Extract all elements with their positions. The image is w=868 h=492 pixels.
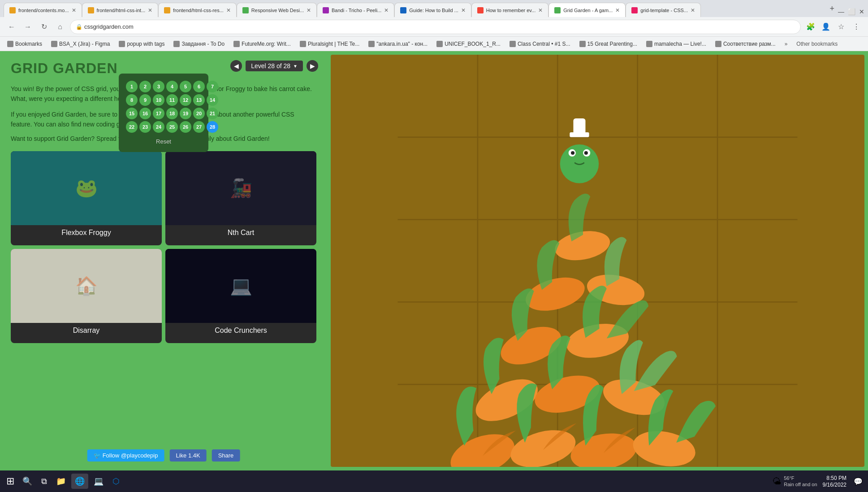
level-dot-24[interactable]: 24 (153, 121, 164, 133)
search-button[interactable]: 🔍 (19, 474, 36, 489)
tab-close-icon[interactable]: ✕ (384, 7, 389, 13)
clock[interactable]: 8:50 PM 9/16/2022 (823, 475, 846, 488)
start-button[interactable]: ⊞ (4, 473, 17, 490)
tab-t2[interactable]: frontend/html-css-int... ✕ (82, 3, 159, 17)
taskbar-right: 🌤 56°F Rain off and on 8:50 PM 9/16/2022… (772, 475, 864, 488)
tab-close-icon[interactable]: ✕ (538, 7, 543, 13)
game-card-disarray[interactable]: 🏠 Disarray (11, 249, 162, 343)
level-dot-26[interactable]: 26 (180, 121, 191, 133)
fb-like-button[interactable]: Like 1.4K (169, 449, 206, 462)
refresh-button[interactable]: ↻ (38, 21, 50, 33)
level-dot-5[interactable]: 5 (180, 81, 191, 92)
tab-close-icon[interactable]: ✕ (691, 7, 695, 13)
tab-close-icon[interactable]: ✕ (72, 7, 76, 13)
level-dot-19[interactable]: 19 (180, 108, 191, 119)
fb-share-button[interactable]: Share (212, 449, 240, 462)
fb-share-label: Share (218, 452, 234, 459)
notifications-button[interactable]: 💬 (852, 475, 864, 488)
tab-favicon (631, 7, 638, 13)
tab-t4[interactable]: Responsive Web Desi... ✕ (237, 3, 317, 17)
more-bookmarks[interactable]: » (781, 41, 791, 47)
terminal-button[interactable]: 💻 (90, 474, 107, 489)
tab-t6[interactable]: Guide: How to Build ... ✕ (394, 3, 471, 17)
twitter-button[interactable]: 🐦 Follow @playcodepip (87, 449, 164, 462)
bookmark-item-1[interactable]: BSA_X (Jira) - Figma (48, 40, 113, 48)
game-card-nth[interactable]: 🚂 Nth Cart (165, 151, 316, 245)
tab-t8[interactable]: Grid Garden - A gam... ✕ (548, 3, 626, 17)
extensions-button[interactable]: 🧩 (804, 21, 817, 33)
level-dot-15[interactable]: 15 (126, 108, 138, 119)
bookmark-item-0[interactable]: Bookmarks (4, 40, 46, 48)
bookmark-item-2[interactable]: popup with tags (115, 40, 168, 48)
tab-title: grid-template - CSS... (640, 8, 688, 13)
bookmark-item-3[interactable]: Завдання - To Do (170, 40, 228, 48)
game-card-froggy[interactable]: 🐸 Flexbox Froggy (11, 151, 162, 245)
level-dot-17[interactable]: 17 (153, 108, 164, 119)
level-dot-22[interactable]: 22 (126, 121, 138, 133)
prev-level-button[interactable]: ◀ (230, 60, 242, 72)
address-bar[interactable]: 🔒 cssgridgarden.com (70, 20, 801, 34)
tab-t5[interactable]: Bandi - Tricho - Peeli... ✕ (317, 3, 394, 17)
level-dot-9[interactable]: 9 (139, 94, 151, 106)
bookmark-item-4[interactable]: FutureMe.org: Writ... (230, 40, 294, 48)
tab-close-icon[interactable]: ✕ (148, 7, 152, 13)
level-dot-28[interactable]: 28 (207, 121, 218, 133)
tab-t7[interactable]: How to remember ev... ✕ (471, 3, 548, 17)
bookmark-item-10[interactable]: mamalecha — Live!... (643, 40, 710, 48)
new-tab-button[interactable]: + (826, 4, 838, 13)
level-dot-8[interactable]: 8 (126, 94, 138, 106)
reset-button[interactable]: Reset (126, 138, 201, 145)
restore-button[interactable]: ⬜ (848, 8, 855, 15)
level-dot-12[interactable]: 12 (180, 94, 191, 106)
vscode-button[interactable]: ⬡ (109, 474, 123, 489)
file-explorer-button[interactable]: 📁 (52, 474, 69, 489)
game-card-crunchers[interactable]: 💻 Code Crunchers (165, 249, 316, 343)
profile-button[interactable]: 👤 (820, 21, 832, 33)
tab-close-icon[interactable]: ✕ (226, 7, 231, 13)
bookmark-button[interactable]: ☆ (835, 21, 847, 33)
level-dot-7[interactable]: 7 (207, 81, 218, 92)
level-dot-13[interactable]: 13 (193, 94, 205, 106)
home-button[interactable]: ⌂ (54, 21, 66, 33)
bookmark-label: UNICEF_BOOK_1_R... (445, 41, 501, 47)
level-dot-2[interactable]: 2 (139, 81, 151, 92)
tab-t1[interactable]: frontend/contents.mo... ✕ (4, 3, 82, 17)
minimize-button[interactable]: — (838, 8, 844, 15)
level-dot-27[interactable]: 27 (193, 121, 205, 133)
level-dot-18[interactable]: 18 (166, 108, 178, 119)
bookmark-item-8[interactable]: Class Central • #1 S... (506, 40, 574, 48)
tab-close-icon[interactable]: ✕ (461, 7, 466, 13)
level-dot-20[interactable]: 20 (193, 108, 205, 119)
forward-button[interactable]: → (22, 21, 34, 33)
other-bookmarks[interactable]: Other bookmarks (793, 41, 841, 47)
tab-close-icon[interactable]: ✕ (615, 7, 620, 13)
bookmark-item-6[interactable]: "ankara.in.ua" - кон... (365, 40, 431, 48)
bookmark-item-5[interactable]: Pluralsight | THE Te... (296, 40, 363, 48)
level-dot-4[interactable]: 4 (166, 81, 178, 92)
level-dot-6[interactable]: 6 (193, 81, 205, 92)
tab-close-icon[interactable]: ✕ (307, 7, 311, 13)
close-button[interactable]: ✕ (859, 8, 864, 15)
level-dot-14[interactable]: 14 (207, 94, 218, 106)
tab-t9[interactable]: grid-template - CSS... ✕ (626, 3, 701, 17)
level-dot-11[interactable]: 11 (166, 94, 178, 106)
task-view-button[interactable]: ⧉ (38, 474, 51, 489)
level-dot-3[interactable]: 3 (153, 81, 164, 92)
bookmarks-bar: BookmarksBSA_X (Jira) - Figmapopup with … (0, 37, 868, 51)
chrome-button[interactable]: 🌐 (71, 474, 88, 489)
bookmark-item-9[interactable]: 15 Great Parenting... (576, 40, 641, 48)
bookmark-item-7[interactable]: UNICEF_BOOK_1_R... (433, 40, 504, 48)
level-dot-1[interactable]: 1 (126, 81, 138, 92)
level-dot-23[interactable]: 23 (139, 121, 151, 133)
tab-t3[interactable]: frontend/html-css-res... ✕ (158, 3, 236, 17)
settings-button[interactable]: ⋮ (850, 21, 863, 33)
bookmark-item-11[interactable]: Соответствие разм... (712, 40, 779, 48)
level-dot-10[interactable]: 10 (153, 94, 164, 106)
level-dot-21[interactable]: 21 (207, 108, 218, 119)
level-dot-16[interactable]: 16 (139, 108, 151, 119)
level-dot-25[interactable]: 25 (166, 121, 178, 133)
next-level-button[interactable]: ▶ (307, 60, 318, 72)
weather-widget[interactable]: 🌤 56°F Rain off and on (772, 475, 817, 488)
back-button[interactable]: ← (5, 21, 18, 33)
level-dropdown[interactable]: Level 28 of 28 ▼ (246, 61, 303, 71)
